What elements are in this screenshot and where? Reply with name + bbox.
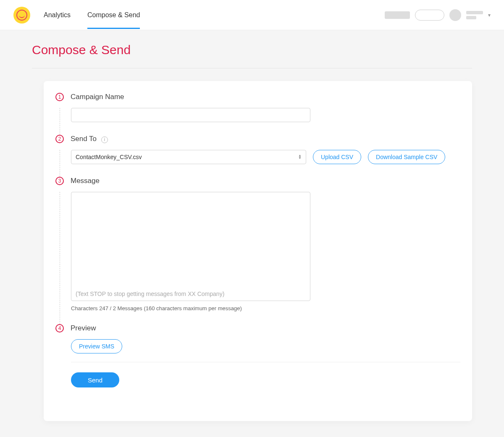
- topbar-right: ▾: [385, 9, 491, 21]
- select-chevrons-icon: ▲▼: [298, 154, 302, 160]
- main-nav: Analytics Compose & Send: [44, 1, 140, 29]
- compose-card: 1 Campaign Name 2 Send To i: [44, 81, 472, 421]
- step-number-1: 1: [55, 93, 64, 101]
- preview-sms-button[interactable]: Preview SMS: [71, 339, 122, 353]
- step-message: 3 Message (Text STOP to stop getting mes…: [55, 177, 460, 324]
- download-sample-csv-button[interactable]: Download Sample CSV: [368, 150, 445, 164]
- step-label-send-to: Send To i: [71, 135, 108, 143]
- step-label-preview: Preview: [71, 324, 96, 332]
- chevron-down-icon[interactable]: ▾: [488, 12, 491, 18]
- message-stop-hint: (Text STOP to stop getting messages from…: [76, 290, 224, 297]
- campaign-name-input[interactable]: [71, 108, 310, 122]
- message-textarea[interactable]: [71, 192, 310, 287]
- character-count-info: Characters 247 / 2 Messages (160 charact…: [71, 305, 460, 311]
- topbar: Analytics Compose & Send ▾: [0, 0, 504, 30]
- send-button[interactable]: Send: [71, 372, 119, 387]
- avatar[interactable]: [449, 9, 461, 21]
- step-number-4: 4: [55, 324, 64, 332]
- upload-csv-button[interactable]: Upload CSV: [313, 150, 361, 164]
- send-to-select[interactable]: ContactMonkey_CSV.csv ▲▼: [71, 150, 306, 164]
- step-number-3: 3: [55, 177, 64, 185]
- header-placeholder-1: [385, 11, 410, 19]
- page-title: Compose & Send: [32, 43, 472, 68]
- step-campaign-name: 1 Campaign Name: [55, 93, 460, 135]
- step-send-to: 2 Send To i ContactMonkey_CSV.csv ▲▼ Upl…: [55, 135, 460, 177]
- divider: [71, 362, 460, 362]
- step-label-campaign-name: Campaign Name: [71, 93, 124, 101]
- step-number-2: 2: [55, 135, 64, 143]
- info-icon[interactable]: i: [101, 136, 108, 143]
- user-name-placeholder: [466, 11, 483, 19]
- header-placeholder-2[interactable]: [415, 10, 444, 21]
- step-preview: 4 Preview Preview SMS Send: [55, 324, 460, 400]
- nav-analytics[interactable]: Analytics: [44, 1, 71, 29]
- nav-compose-send[interactable]: Compose & Send: [87, 1, 140, 29]
- app-logo[interactable]: [13, 7, 30, 24]
- step-label-message: Message: [71, 177, 100, 185]
- send-to-selected-value: ContactMonkey_CSV.csv: [76, 154, 142, 160]
